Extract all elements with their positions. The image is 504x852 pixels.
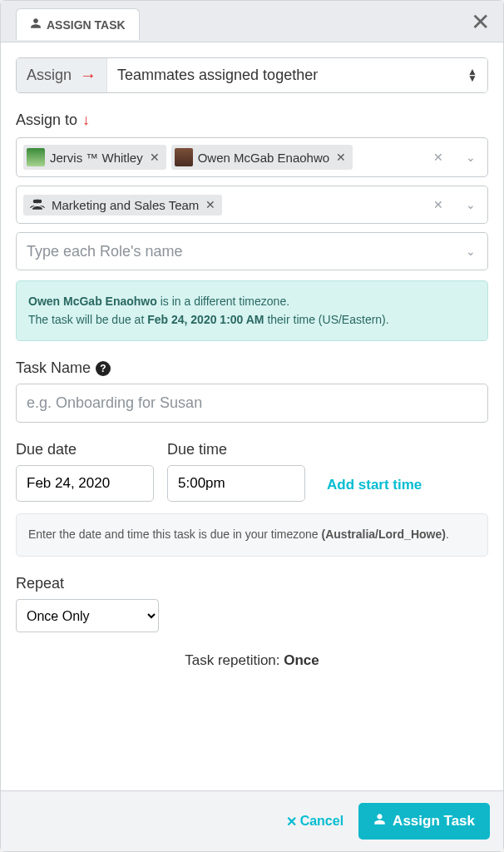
assign-task-button[interactable]: Assign Task: [358, 803, 490, 840]
sort-caret-icon: ▲▼: [467, 69, 477, 81]
clear-picker-icon[interactable]: ✕: [423, 151, 453, 164]
roles-picker[interactable]: Type each Role's name ⌄: [16, 232, 488, 270]
teammates-picker[interactable]: Jervis ™ Whitley ✕ Owen McGab Enaohwo ✕ …: [16, 137, 488, 177]
arrow-right-icon: →: [80, 67, 96, 83]
chevron-down-icon[interactable]: ⌄: [454, 151, 487, 164]
remove-chip-icon[interactable]: ✕: [336, 151, 346, 164]
modal-header: ASSIGN TASK ✕: [1, 1, 503, 42]
tz-person: Owen McGab Enaohwo: [28, 295, 157, 308]
user-chip-name: Jervis ™ Whitley: [50, 151, 143, 165]
chevron-down-icon[interactable]: ⌄: [454, 198, 487, 211]
person-icon: [373, 813, 386, 830]
avatar: [175, 148, 193, 166]
clear-picker-icon[interactable]: ✕: [423, 198, 453, 211]
close-icon: ✕: [286, 814, 297, 830]
remove-chip-icon[interactable]: ✕: [205, 198, 215, 211]
groups-picker[interactable]: Marketing and Sales Team ✕ ✕ ⌄: [16, 186, 488, 224]
task-repetition-line: Task repetition: Once: [16, 652, 488, 669]
modal-body: Assign → Teammates assigned together ▲▼ …: [1, 42, 503, 791]
user-chip: Owen McGab Enaohwo ✕: [171, 145, 353, 170]
svg-point-2: [36, 199, 40, 203]
remove-chip-icon[interactable]: ✕: [150, 151, 160, 164]
add-start-time-link[interactable]: Add start time: [319, 477, 422, 502]
user-chip-name: Owen McGab Enaohwo: [198, 151, 329, 165]
assign-mode-label: Assign →: [17, 58, 107, 92]
local-timezone-note: Enter the date and time this task is due…: [16, 513, 488, 557]
timezone-notice: Owen McGab Enaohwo is in a different tim…: [16, 280, 488, 341]
group-chip-name: Marketing and Sales Team: [52, 198, 199, 212]
due-date-input[interactable]: [16, 465, 154, 502]
chevron-down-icon[interactable]: ⌄: [454, 245, 487, 258]
close-icon[interactable]: ✕: [471, 11, 490, 34]
modal-footer: ✕ Cancel Assign Task: [1, 791, 503, 851]
due-date-label: Due date: [16, 441, 154, 458]
tab-assign-task[interactable]: ASSIGN TASK: [16, 8, 140, 40]
assign-mode-select[interactable]: Assign → Teammates assigned together ▲▼: [16, 57, 488, 93]
avatar: [27, 148, 45, 166]
roles-placeholder: Type each Role's name: [23, 243, 183, 260]
repeat-select[interactable]: Once Only: [16, 599, 159, 632]
due-time-label: Due time: [167, 441, 305, 458]
group-chip: Marketing and Sales Team ✕: [23, 195, 222, 215]
due-time-input[interactable]: [167, 465, 305, 502]
group-icon: [27, 198, 47, 212]
cancel-button[interactable]: ✕ Cancel: [286, 814, 343, 830]
task-name-input[interactable]: [16, 384, 488, 423]
repeat-label: Repeat: [16, 575, 488, 592]
assign-to-label: Assign to ↓: [16, 111, 488, 129]
assign-task-modal: ASSIGN TASK ✕ Assign → Teammates assigne…: [0, 0, 504, 852]
help-icon[interactable]: ?: [96, 361, 111, 376]
arrow-down-icon: ↓: [82, 111, 90, 129]
task-name-label: Task Name ?: [16, 359, 488, 377]
user-chip: Jervis ™ Whitley ✕: [23, 145, 166, 170]
person-icon: [30, 17, 42, 32]
tz-due-time: Feb 24, 2020 1:00 AM: [147, 313, 264, 326]
assign-mode-value: Teammates assigned together: [117, 67, 318, 84]
tab-label: ASSIGN TASK: [47, 18, 126, 32]
